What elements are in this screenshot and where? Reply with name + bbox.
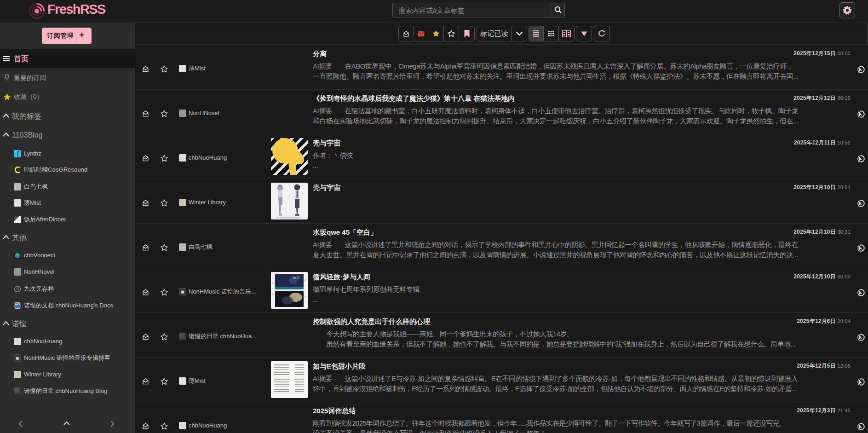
svg-text:蓝: 蓝: [272, 282, 274, 284]
svg-text:#02: #02: [293, 276, 300, 280]
svg-text:星: 星: [271, 293, 274, 295]
svg-text:空: 空: [305, 296, 307, 298]
svg-text:9: 9: [16, 287, 18, 291]
svg-text:深: 深: [272, 277, 274, 279]
svg-text:夜: 夜: [304, 279, 307, 282]
